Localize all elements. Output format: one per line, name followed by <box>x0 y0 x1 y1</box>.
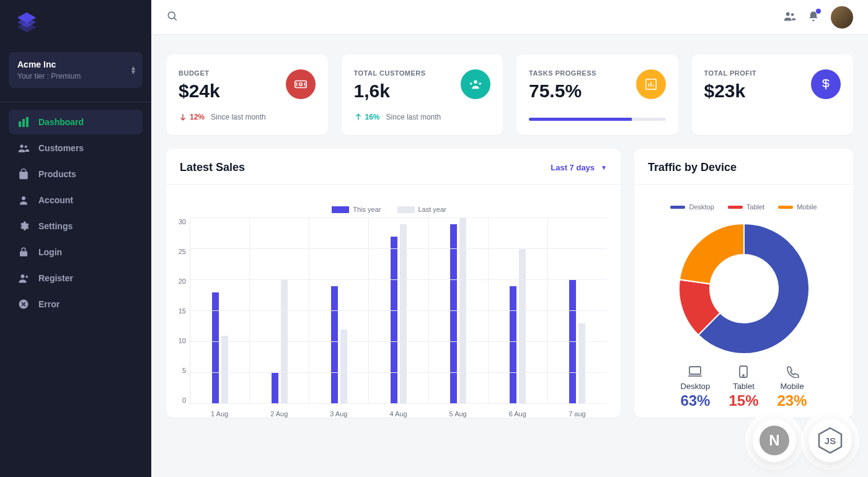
svg-point-6 <box>20 144 23 147</box>
svg-text:N: N <box>769 432 779 449</box>
legend-last-year: Last year <box>397 206 446 213</box>
nav-label: Products <box>38 169 76 179</box>
fab-nextjs[interactable]: N <box>753 419 796 462</box>
svg-rect-19 <box>689 367 701 374</box>
card-label: TOTAL CUSTOMERS <box>354 69 426 77</box>
nav-item-customers[interactable]: Customers <box>9 136 143 160</box>
svg-point-7 <box>25 146 27 148</box>
nav-label: Dashboard <box>38 117 84 127</box>
card-label: TASKS PROGRESS <box>529 69 596 77</box>
panel-title: Latest Sales <box>180 161 245 174</box>
bag-icon <box>17 168 30 180</box>
card-value: 75.5% <box>529 81 596 102</box>
since-text: Since last month <box>211 113 266 121</box>
user-plus-icon <box>17 272 30 284</box>
svg-point-14 <box>791 13 794 16</box>
chevron-down-icon: ▼ <box>601 164 607 171</box>
svg-rect-5 <box>26 117 29 127</box>
progress-bar <box>529 118 666 121</box>
range-dropdown[interactable]: Last 7 days▼ <box>551 163 607 172</box>
phone-icon <box>777 365 807 379</box>
svg-point-16 <box>299 83 302 86</box>
card-value: $24k <box>179 81 220 102</box>
sidebar: Acme Inc Your tier : Premium ▴▾ Dashboar… <box>0 0 151 477</box>
svg-point-13 <box>786 12 790 15</box>
fab-nodejs[interactable]: JS <box>808 419 852 462</box>
nav-label: Register <box>38 273 73 283</box>
workspace-tier: Your tier : Premium <box>17 72 134 81</box>
since-text: Since last month <box>386 113 441 121</box>
legend-desktop: Desktop <box>670 203 714 211</box>
notification-dot <box>816 9 821 14</box>
nav-item-account[interactable]: Account <box>9 188 143 212</box>
card-label: TOTAL PROFIT <box>704 69 757 77</box>
dollar-icon <box>811 69 841 99</box>
card-value: $23k <box>704 81 757 102</box>
svg-rect-4 <box>22 119 25 127</box>
card-value: 1,6k <box>354 81 426 102</box>
nav-label: Settings <box>38 221 73 231</box>
panel-title: Traffic by Device <box>648 161 737 174</box>
svg-point-17 <box>474 81 477 84</box>
latest-sales-panel: Latest Sales Last 7 days▼ This year Last… <box>166 149 621 418</box>
nav-item-register[interactable]: Register <box>9 266 143 291</box>
workspace-selector[interactable]: Acme Inc Your tier : Premium ▴▾ <box>9 52 143 88</box>
device-mobile: Mobile 23% <box>777 365 807 409</box>
workspace-name: Acme Inc <box>17 59 134 69</box>
lock-icon <box>17 246 30 258</box>
nav-item-login[interactable]: Login <box>9 240 143 265</box>
card-tasks: TASKS PROGRESS 75.5% <box>516 55 678 135</box>
nav-label: Customers <box>38 143 84 153</box>
unfold-icon: ▴▾ <box>131 66 135 74</box>
device-desktop: Desktop 63% <box>680 365 710 409</box>
user-icon <box>17 194 30 206</box>
gear-icon <box>17 220 30 232</box>
money-icon <box>286 69 316 99</box>
legend-this-year: This year <box>332 206 381 213</box>
svg-point-12 <box>168 12 175 19</box>
nav-label: Account <box>38 195 73 205</box>
svg-point-21 <box>743 375 744 376</box>
tablet-icon <box>728 365 758 379</box>
svg-rect-9 <box>20 252 27 256</box>
traffic-panel: Traffic by Device Desktop Tablet Mobile … <box>634 149 853 418</box>
device-tablet: Tablet 15% <box>728 365 758 409</box>
legend-tablet: Tablet <box>728 203 764 211</box>
search-button[interactable] <box>166 10 179 25</box>
insert-chart-icon <box>636 69 666 99</box>
trend-up: 16% <box>354 113 380 121</box>
card-label: BUDGET <box>179 69 220 77</box>
contacts-button[interactable] <box>784 10 796 25</box>
notifications-button[interactable] <box>807 10 820 25</box>
svg-point-10 <box>21 274 25 278</box>
logo[interactable] <box>0 0 151 43</box>
people-icon <box>17 142 30 154</box>
card-profit: TOTAL PROFIT $23k <box>692 55 854 135</box>
people-icon <box>461 69 490 99</box>
donut-chart <box>676 221 812 357</box>
svg-text:JS: JS <box>825 435 836 446</box>
topbar <box>151 0 868 35</box>
divider <box>0 102 151 102</box>
avatar[interactable] <box>831 6 853 28</box>
nav-item-dashboard[interactable]: Dashboard <box>9 110 143 134</box>
svg-point-8 <box>22 196 25 200</box>
nav: Dashboard Customers Products Account Set… <box>0 110 151 318</box>
bar-chart-icon <box>17 116 30 128</box>
nav-item-settings[interactable]: Settings <box>9 214 143 239</box>
nav-item-error[interactable]: Error <box>9 292 143 317</box>
trend-down: 12% <box>179 113 205 121</box>
svg-rect-3 <box>19 121 21 127</box>
card-budget: BUDGET $24k 12% Since last month <box>166 55 328 135</box>
legend-mobile: Mobile <box>778 203 817 211</box>
sales-chart: This year Last year 302520151050 1 Aug2 … <box>166 185 621 418</box>
laptop-icon <box>680 365 710 379</box>
nav-label: Error <box>38 299 60 309</box>
nav-item-products[interactable]: Products <box>9 162 143 186</box>
nav-label: Login <box>38 247 62 257</box>
card-customers: TOTAL CUSTOMERS 1,6k 16% Since last mont… <box>342 55 503 135</box>
progress-fill <box>529 118 632 121</box>
error-icon <box>17 298 30 310</box>
